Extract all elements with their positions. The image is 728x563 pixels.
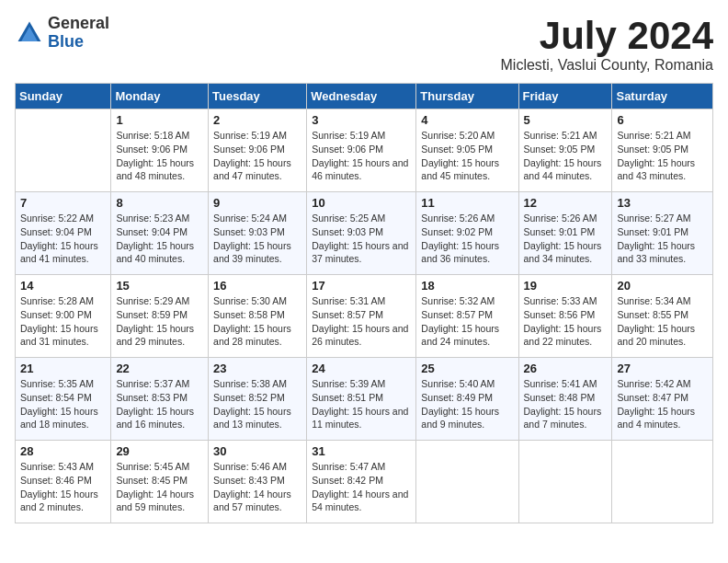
calendar-week-row: 1Sunrise: 5:18 AMSunset: 9:06 PMDaylight… <box>16 109 713 192</box>
day-number: 20 <box>617 279 708 293</box>
calendar-cell <box>416 441 518 523</box>
day-number: 30 <box>213 444 301 458</box>
day-info: Sunrise: 5:22 AMSunset: 9:04 PMDaylight:… <box>20 212 106 266</box>
day-info: Sunrise: 5:46 AMSunset: 8:43 PMDaylight:… <box>213 460 301 514</box>
day-number: 7 <box>20 196 106 210</box>
month-title: July 2024 <box>501 15 714 57</box>
day-info: Sunrise: 5:45 AMSunset: 8:45 PMDaylight:… <box>116 460 203 514</box>
calendar-week-row: 28Sunrise: 5:43 AMSunset: 8:46 PMDayligh… <box>16 441 713 523</box>
day-info: Sunrise: 5:32 AMSunset: 8:57 PMDaylight:… <box>421 294 513 349</box>
day-number: 5 <box>524 113 608 127</box>
day-number: 14 <box>20 279 106 293</box>
weekday-header: Thursday <box>416 84 518 109</box>
calendar-cell <box>16 109 111 192</box>
day-info: Sunrise: 5:43 AMSunset: 8:46 PMDaylight:… <box>20 460 106 514</box>
calendar-cell: 8Sunrise: 5:23 AMSunset: 9:04 PMDaylight… <box>111 192 209 275</box>
day-number: 26 <box>524 362 608 375</box>
day-number: 11 <box>421 196 513 210</box>
day-number: 6 <box>617 113 708 127</box>
location-title: Miclesti, Vaslui County, Romania <box>501 57 714 74</box>
calendar-cell: 21Sunrise: 5:35 AMSunset: 8:54 PMDayligh… <box>16 358 111 441</box>
day-info: Sunrise: 5:21 AMSunset: 9:05 PMDaylight:… <box>524 129 608 183</box>
calendar-table: SundayMondayTuesdayWednesdayThursdayFrid… <box>15 83 713 523</box>
day-number: 3 <box>312 113 411 127</box>
logo-icon <box>15 18 44 48</box>
logo-text: General Blue <box>48 15 109 52</box>
calendar-cell: 15Sunrise: 5:29 AMSunset: 8:59 PMDayligh… <box>111 275 209 358</box>
weekday-header: Sunday <box>16 84 111 109</box>
day-info: Sunrise: 5:21 AMSunset: 9:05 PMDaylight:… <box>617 129 708 183</box>
day-info: Sunrise: 5:19 AMSunset: 9:06 PMDaylight:… <box>312 129 411 183</box>
day-info: Sunrise: 5:47 AMSunset: 8:42 PMDaylight:… <box>312 460 411 514</box>
calendar-week-row: 7Sunrise: 5:22 AMSunset: 9:04 PMDaylight… <box>16 192 713 275</box>
day-info: Sunrise: 5:23 AMSunset: 9:04 PMDaylight:… <box>116 212 203 266</box>
calendar-cell: 7Sunrise: 5:22 AMSunset: 9:04 PMDaylight… <box>16 192 111 275</box>
day-info: Sunrise: 5:35 AMSunset: 8:54 PMDaylight:… <box>20 377 106 431</box>
day-number: 12 <box>524 196 608 210</box>
day-number: 10 <box>312 196 411 210</box>
calendar-cell: 13Sunrise: 5:27 AMSunset: 9:01 PMDayligh… <box>612 192 713 275</box>
calendar-cell: 9Sunrise: 5:24 AMSunset: 9:03 PMDaylight… <box>209 192 307 275</box>
logo: General Blue <box>15 15 109 52</box>
day-info: Sunrise: 5:26 AMSunset: 9:01 PMDaylight:… <box>524 212 608 266</box>
day-info: Sunrise: 5:27 AMSunset: 9:01 PMDaylight:… <box>617 212 708 266</box>
day-number: 31 <box>312 444 411 458</box>
day-info: Sunrise: 5:20 AMSunset: 9:05 PMDaylight:… <box>421 129 513 183</box>
title-block: July 2024 Miclesti, Vaslui County, Roman… <box>501 15 714 74</box>
day-number: 8 <box>116 196 203 210</box>
calendar-cell: 11Sunrise: 5:26 AMSunset: 9:02 PMDayligh… <box>416 192 518 275</box>
calendar-cell: 18Sunrise: 5:32 AMSunset: 8:57 PMDayligh… <box>416 275 518 358</box>
day-number: 13 <box>617 196 708 210</box>
calendar-cell: 19Sunrise: 5:33 AMSunset: 8:56 PMDayligh… <box>518 275 612 358</box>
day-info: Sunrise: 5:34 AMSunset: 8:55 PMDaylight:… <box>617 294 708 349</box>
calendar-cell: 4Sunrise: 5:20 AMSunset: 9:05 PMDaylight… <box>416 109 518 192</box>
day-number: 22 <box>116 362 203 375</box>
day-number: 15 <box>116 279 203 293</box>
calendar-cell: 10Sunrise: 5:25 AMSunset: 9:03 PMDayligh… <box>307 192 416 275</box>
logo-blue: Blue <box>48 32 84 51</box>
day-number: 28 <box>20 444 106 458</box>
day-number: 23 <box>213 362 301 375</box>
calendar-cell: 31Sunrise: 5:47 AMSunset: 8:42 PMDayligh… <box>307 441 416 523</box>
calendar-cell: 1Sunrise: 5:18 AMSunset: 9:06 PMDaylight… <box>111 109 209 192</box>
calendar-cell: 20Sunrise: 5:34 AMSunset: 8:55 PMDayligh… <box>612 275 713 358</box>
calendar-cell: 24Sunrise: 5:39 AMSunset: 8:51 PMDayligh… <box>307 358 416 441</box>
calendar-cell: 6Sunrise: 5:21 AMSunset: 9:05 PMDaylight… <box>612 109 713 192</box>
day-number: 29 <box>116 444 203 458</box>
calendar-cell: 3Sunrise: 5:19 AMSunset: 9:06 PMDaylight… <box>307 109 416 192</box>
logo-general: General <box>48 14 109 32</box>
calendar-cell <box>518 441 612 523</box>
day-number: 19 <box>524 279 608 293</box>
weekday-header: Saturday <box>612 84 713 109</box>
day-info: Sunrise: 5:19 AMSunset: 9:06 PMDaylight:… <box>213 129 301 183</box>
day-info: Sunrise: 5:29 AMSunset: 8:59 PMDaylight:… <box>116 294 203 349</box>
day-info: Sunrise: 5:33 AMSunset: 8:56 PMDaylight:… <box>524 294 608 349</box>
day-number: 21 <box>20 362 106 375</box>
day-number: 1 <box>116 113 203 127</box>
day-number: 16 <box>213 279 301 293</box>
weekday-header: Monday <box>111 84 209 109</box>
calendar-cell: 27Sunrise: 5:42 AMSunset: 8:47 PMDayligh… <box>612 358 713 441</box>
calendar-cell: 25Sunrise: 5:40 AMSunset: 8:49 PMDayligh… <box>416 358 518 441</box>
day-info: Sunrise: 5:26 AMSunset: 9:02 PMDaylight:… <box>421 212 513 266</box>
day-info: Sunrise: 5:41 AMSunset: 8:48 PMDaylight:… <box>524 377 608 431</box>
day-info: Sunrise: 5:18 AMSunset: 9:06 PMDaylight:… <box>116 129 203 183</box>
calendar-cell: 29Sunrise: 5:45 AMSunset: 8:45 PMDayligh… <box>111 441 209 523</box>
calendar-cell: 2Sunrise: 5:19 AMSunset: 9:06 PMDaylight… <box>209 109 307 192</box>
day-number: 25 <box>421 362 513 375</box>
day-info: Sunrise: 5:30 AMSunset: 8:58 PMDaylight:… <box>213 294 301 349</box>
page-header: General Blue July 2024 Miclesti, Vaslui … <box>15 15 713 74</box>
calendar-cell: 22Sunrise: 5:37 AMSunset: 8:53 PMDayligh… <box>111 358 209 441</box>
day-info: Sunrise: 5:24 AMSunset: 9:03 PMDaylight:… <box>213 212 301 266</box>
day-number: 2 <box>213 113 301 127</box>
day-info: Sunrise: 5:31 AMSunset: 8:57 PMDaylight:… <box>312 294 411 349</box>
day-info: Sunrise: 5:38 AMSunset: 8:52 PMDaylight:… <box>213 377 301 431</box>
calendar-cell <box>612 441 713 523</box>
weekday-header: Tuesday <box>209 84 307 109</box>
day-info: Sunrise: 5:40 AMSunset: 8:49 PMDaylight:… <box>421 377 513 431</box>
day-number: 24 <box>312 362 411 375</box>
weekday-header: Wednesday <box>307 84 416 109</box>
day-info: Sunrise: 5:39 AMSunset: 8:51 PMDaylight:… <box>312 377 411 431</box>
weekday-header: Friday <box>518 84 612 109</box>
day-info: Sunrise: 5:37 AMSunset: 8:53 PMDaylight:… <box>116 377 203 431</box>
